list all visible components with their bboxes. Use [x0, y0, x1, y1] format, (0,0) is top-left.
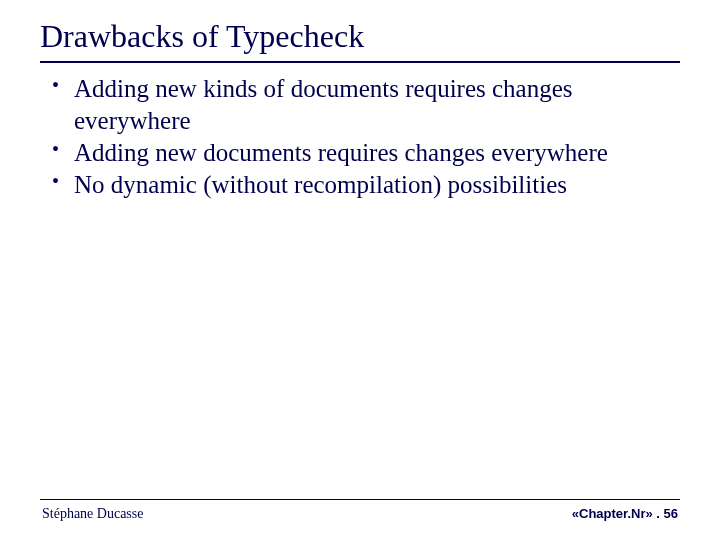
footer: Stéphane Ducasse «Chapter.Nr» . 56 — [40, 506, 680, 540]
footer-page-ref: «Chapter.Nr» . 56 — [572, 506, 678, 521]
bullet-item: Adding new kinds of documents requires c… — [46, 73, 680, 137]
bullet-item: Adding new documents requires changes ev… — [46, 137, 680, 169]
bullet-list: Adding new kinds of documents requires c… — [46, 73, 680, 201]
slide: Drawbacks of Typecheck Adding new kinds … — [0, 0, 720, 540]
title-divider — [40, 61, 680, 63]
bullet-item: No dynamic (without recompilation) possi… — [46, 169, 680, 201]
footer-divider — [40, 499, 680, 500]
slide-content: Adding new kinds of documents requires c… — [40, 73, 680, 499]
footer-author: Stéphane Ducasse — [42, 506, 143, 522]
slide-title: Drawbacks of Typecheck — [40, 18, 680, 61]
